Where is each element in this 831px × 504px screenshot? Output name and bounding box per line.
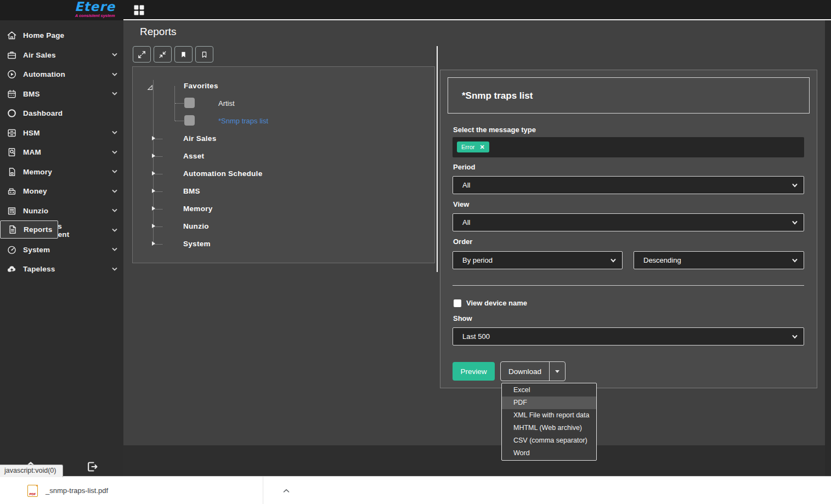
order-by-select[interactable]: By period (453, 251, 623, 269)
collapse-all-button[interactable] (154, 46, 172, 63)
downloaded-file-name: _snmp-traps-list.pdf (46, 486, 108, 495)
download-button[interactable]: Download (501, 362, 549, 381)
tree-node-snmp-traps-list[interactable]: *Snmp traps list (218, 117, 268, 125)
download-menu-item-pdf[interactable]: PDF (502, 397, 596, 409)
scrollbar[interactable] (825, 20, 831, 476)
tree-node-memory[interactable]: Memory (183, 205, 213, 213)
chevron-down-icon (110, 227, 118, 234)
message-type-field[interactable]: Error ✕ (453, 137, 804, 157)
message-type-label: Select the message type (453, 126, 536, 134)
sidebar-item-automation[interactable]: Automation (0, 65, 123, 84)
period-select-value: All (453, 181, 791, 189)
briefcase-icon (7, 50, 23, 60)
sidebar-item-reports[interactable]: Reports (0, 220, 58, 239)
sidebar-item-label: Money (23, 187, 110, 195)
chevron-down-icon (791, 219, 804, 226)
download-caret-button[interactable] (549, 362, 565, 381)
period-label: Period (453, 163, 475, 171)
tree-row-automation-schedule: Automation Schedule (133, 168, 434, 179)
report-item-icon[interactable] (184, 98, 195, 108)
chevron-down-icon (110, 52, 118, 58)
sidebar-item-label: Dashboard (23, 109, 118, 117)
download-menu-item-csv[interactable]: CSV (comma separator) (502, 434, 596, 447)
message-type-tag: Error ✕ (457, 141, 489, 152)
logout-button[interactable] (86, 460, 99, 475)
expand-arrows-icon (137, 50, 146, 59)
bookmark-filled-button[interactable] (174, 46, 193, 63)
download-menu-item-word[interactable]: Word (502, 447, 596, 460)
download-menu-item-excel[interactable]: Excel (502, 384, 596, 397)
preview-button[interactable]: Preview (453, 362, 495, 381)
tree-expander-expanded-icon[interactable] (147, 83, 153, 93)
pdf-file-icon: PDF (27, 485, 38, 497)
tree-expander-collapsed-icon[interactable] (152, 171, 155, 175)
tree-node-favorites[interactable]: Favorites (184, 82, 218, 90)
download-menu-item-mhtml[interactable]: MHTML (Web archive) (502, 422, 596, 434)
tree-expander-collapsed-icon[interactable] (152, 241, 155, 246)
period-select[interactable]: All (453, 176, 804, 194)
tree-node-artist[interactable]: Artist (218, 99, 235, 107)
page-fold-icon (35, 485, 38, 488)
sidebar-item-label: Home Page (23, 31, 118, 39)
cloud-upload-icon (7, 264, 23, 274)
tree-node-nunzio[interactable]: Nunzio (183, 222, 209, 230)
sidebar-item-air-sales[interactable]: Air Sales (0, 46, 123, 65)
tree-node-automation-schedule[interactable]: Automation Schedule (183, 169, 262, 178)
play-circle-icon (7, 69, 23, 80)
tag-remove-icon[interactable]: ✕ (479, 144, 484, 150)
download-format-menu: Excel PDF XML File with report data MHTM… (501, 383, 597, 461)
top-bar: Etere A consistent system (0, 0, 831, 20)
tree-expander-collapsed-icon[interactable] (152, 136, 155, 140)
sidebar-item-system[interactable]: System (0, 240, 123, 260)
logo-title: Etere (65, 1, 125, 13)
tree-expander-collapsed-icon[interactable] (152, 189, 155, 193)
sidebar-item-nunzio[interactable]: Nunzio (0, 201, 123, 221)
sidebar-item-tapeless[interactable]: Tapeless (0, 259, 123, 279)
tag-text: Error (461, 144, 474, 150)
home-icon (7, 30, 23, 41)
bookmark-outline-button[interactable] (195, 46, 213, 63)
tree-node-air-sales[interactable]: Air Sales (183, 134, 216, 143)
tree-expander-collapsed-icon[interactable] (152, 224, 155, 228)
chevron-down-icon (609, 257, 622, 264)
view-device-name-row: View device name (454, 299, 527, 307)
sidebar-item-memory[interactable]: Memory (0, 162, 123, 182)
chevron-down-icon (110, 246, 118, 253)
view-device-name-label[interactable]: View device name (466, 299, 527, 307)
reports-tree-panel: Favorites Artist *Snmp traps list Air Sa… (132, 66, 435, 263)
tree-expander-collapsed-icon[interactable] (152, 206, 155, 211)
view-select[interactable]: All (453, 213, 804, 231)
panel-splitter[interactable] (437, 46, 438, 272)
archive-icon (7, 128, 23, 138)
download-split-button: Download (500, 361, 566, 381)
view-device-name-checkbox[interactable] (454, 299, 461, 307)
download-menu-item-xml[interactable]: XML File with report data (502, 409, 596, 422)
order-by-select-value: By period (453, 256, 609, 264)
sidebar-item-home-page[interactable]: Home Page (0, 26, 123, 46)
sidebar-item-hsm[interactable]: HSM (0, 123, 123, 143)
sidebar-item-mam[interactable]: MAM (0, 143, 123, 162)
tree-node-bms[interactable]: BMS (183, 187, 200, 195)
chevron-down-icon (791, 333, 804, 341)
chevron-up-icon[interactable] (283, 489, 290, 493)
expand-all-button[interactable] (133, 46, 151, 63)
sidebar-item-label: Air Sales (23, 51, 110, 59)
tree-row-nunzio: Nunzio (133, 221, 434, 232)
chevron-down-icon (110, 266, 118, 273)
show-select[interactable]: Last 500 (453, 327, 804, 346)
chevron-down-icon (110, 168, 118, 175)
order-direction-select-value: Descending (634, 256, 791, 264)
sidebar-item-label: Reports (24, 225, 52, 234)
sidebar-item-dashboard[interactable]: Dashboard (0, 104, 123, 123)
tree-expander-collapsed-icon[interactable] (152, 154, 155, 158)
logout-icon (86, 460, 99, 473)
order-direction-select[interactable]: Descending (634, 251, 804, 269)
tree-node-system[interactable]: System (183, 240, 211, 248)
apps-grid-button[interactable] (132, 3, 146, 18)
tree-node-asset[interactable]: Asset (183, 152, 204, 160)
sidebar-item-money[interactable]: Money (0, 182, 123, 201)
etere-logo: Etere A consistent system (65, 1, 125, 18)
report-item-icon[interactable] (184, 115, 195, 126)
sidebar-item-bms[interactable]: BMS (0, 84, 123, 104)
downloaded-file-item[interactable]: PDF _snmp-traps-list.pdf (27, 477, 290, 504)
